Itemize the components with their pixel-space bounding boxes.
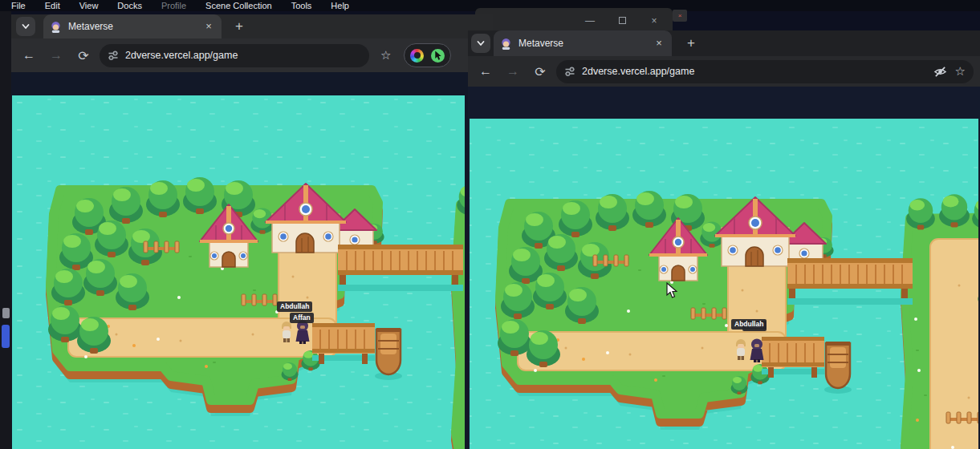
tab-search-button[interactable] — [471, 34, 490, 53]
url-text[interactable]: 2dverse.vercel.app/game — [125, 50, 238, 61]
menu-tools[interactable]: Tools — [291, 1, 312, 10]
tab-favicon-avatar — [50, 21, 62, 33]
minimize-icon[interactable]: — — [584, 15, 596, 26]
screen: File Edit View Docks Profile Scene Colle… — [0, 0, 980, 449]
page-background: Abdullah Affan — [11, 72, 493, 449]
menu-file[interactable]: File — [11, 1, 26, 10]
game-viewport[interactable]: Abdullah Affan — [12, 95, 465, 449]
menu-docks[interactable]: Docks — [117, 1, 142, 10]
url-text[interactable]: 2dverse.vercel.app/game — [582, 66, 694, 77]
tab-title: Metaverse — [68, 21, 196, 32]
extension-color-wheel-icon[interactable] — [410, 49, 424, 63]
menu-edit[interactable]: Edit — [45, 1, 60, 10]
menu-help[interactable]: Help — [331, 1, 349, 10]
browser-window-left: Metaverse × + ← → ⟳ 2dverse.vercel.app/g… — [11, 14, 493, 449]
close-icon[interactable]: × — [678, 13, 682, 19]
tab-close-icon[interactable]: × — [202, 20, 215, 33]
player-sprite-affan — [295, 320, 311, 344]
close-icon[interactable]: × — [649, 15, 660, 26]
mouse-cursor — [666, 282, 677, 299]
back-button[interactable]: ← — [18, 44, 40, 67]
tab-close-icon[interactable]: × — [653, 37, 665, 50]
back-button[interactable]: ← — [474, 60, 497, 83]
address-bar[interactable]: 2dverse.vercel.app/game ☆ — [556, 60, 974, 83]
menu-view[interactable]: View — [79, 1, 99, 10]
nametag-abdullah: Abdullah — [277, 301, 312, 312]
taskbar-edge — [0, 11, 11, 449]
address-bar[interactable]: 2dverse.vercel.app/game — [100, 44, 369, 67]
background-mini-tab[interactable]: × — [673, 10, 687, 22]
nametag-affan: Affan — [290, 313, 314, 323]
new-tab-button[interactable]: + — [681, 34, 701, 53]
bookmark-star-icon[interactable]: ☆ — [380, 48, 391, 63]
menu-scene-collection[interactable]: Scene Collection — [205, 1, 272, 10]
extensions-pill — [404, 43, 451, 67]
reload-button[interactable]: ⟳ — [72, 44, 95, 67]
new-tab-button[interactable]: + — [230, 17, 249, 36]
tab-favicon-avatar — [500, 38, 512, 50]
site-info-icon[interactable] — [564, 66, 575, 77]
nametag-abdullah: Abdullah — [731, 319, 767, 330]
extension-cursor-icon[interactable] — [431, 49, 445, 63]
maximize-icon[interactable] — [616, 15, 628, 26]
tab-search-button[interactable] — [16, 17, 35, 36]
tab-title: Metaverse — [518, 38, 646, 49]
game-scene — [12, 95, 465, 449]
taskbar-app-icon[interactable] — [2, 308, 10, 318]
tab-metaverse[interactable]: Metaverse × — [494, 30, 672, 56]
browser-window-right: Metaverse × + ← → ⟳ 2dverse.vercel.app/g… — [468, 30, 980, 449]
player-sprite-abdullah — [734, 337, 747, 361]
reload-button[interactable]: ⟳ — [529, 60, 551, 83]
game-scene — [470, 119, 978, 449]
game-viewport[interactable]: Affan Abdullah — [470, 119, 978, 449]
page-background: Affan Abdullah — [468, 87, 980, 449]
forward-button[interactable]: → — [45, 44, 67, 67]
site-info-icon[interactable] — [108, 50, 119, 61]
eye-slash-icon[interactable] — [933, 65, 947, 79]
bookmark-star-icon[interactable]: ☆ — [955, 64, 966, 79]
tab-metaverse[interactable]: Metaverse × — [43, 14, 222, 38]
forward-button[interactable]: → — [502, 60, 524, 83]
taskbar-active-app-indicator[interactable] — [2, 325, 10, 348]
menu-profile[interactable]: Profile — [161, 1, 186, 10]
player-sprite-affan — [749, 338, 765, 362]
